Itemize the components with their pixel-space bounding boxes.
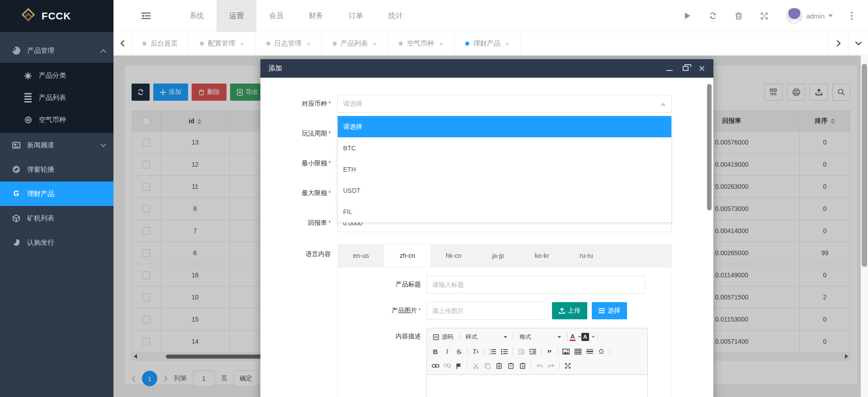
- cut-icon[interactable]: [470, 360, 481, 372]
- indent-icon[interactable]: [527, 346, 538, 357]
- source-icon[interactable]: 源码: [429, 331, 457, 343]
- topnav-item-operation[interactable]: 运营: [217, 0, 256, 32]
- dropdown-option[interactable]: FIL: [338, 201, 671, 222]
- link-icon[interactable]: [429, 360, 441, 372]
- unlink-icon[interactable]: [441, 360, 453, 372]
- user-menu[interactable]: admin: [786, 8, 833, 24]
- tabbar: 后台首页 配置管理 × 日志管理 × 产品列表 × 空气币种 ×: [113, 32, 868, 55]
- topnav-item-system[interactable]: 系统: [177, 0, 217, 32]
- editor-content-area[interactable]: [427, 375, 647, 397]
- image-icon[interactable]: [560, 346, 572, 357]
- sidebar-item-product-list[interactable]: 产品列表: [0, 87, 113, 109]
- dropdown-option[interactable]: BTC: [338, 137, 671, 159]
- tab-home[interactable]: 后台首页: [132, 32, 189, 55]
- tab-close-icon[interactable]: ×: [307, 40, 311, 47]
- sidebar-item-news-channel[interactable]: 新闻频道: [0, 133, 113, 157]
- topnav-item-member[interactable]: 会员: [256, 0, 296, 32]
- sidebar-item-air-coin[interactable]: 空气币种: [0, 109, 113, 131]
- remove-format-icon[interactable]: Tx: [470, 346, 481, 357]
- tab-close-icon[interactable]: ×: [240, 40, 244, 47]
- gear-icon: [24, 71, 33, 80]
- topnav: 系统 运营 会员 财务 订单 统计: [177, 0, 415, 32]
- tab-wealth-product[interactable]: 理财产品 ×: [454, 32, 521, 55]
- style-combo[interactable]: 样式: [462, 331, 511, 343]
- lang-tab-en-us[interactable]: en-us: [338, 244, 384, 267]
- sidebar-item-product-category[interactable]: 产品分类: [0, 65, 113, 87]
- modal-vscroll-thumb[interactable]: [707, 84, 712, 210]
- topnav-item-order[interactable]: 订单: [336, 0, 376, 32]
- content-scrollbar-thumb[interactable]: [862, 64, 867, 267]
- fullscreen-icon[interactable]: [760, 12, 768, 20]
- sidebar-item-wealth-product[interactable]: G 理财产品: [0, 182, 113, 206]
- play-icon[interactable]: [684, 12, 691, 19]
- tab-air-coin[interactable]: 空气币种 ×: [388, 32, 454, 55]
- content-scrollbar[interactable]: [861, 56, 868, 397]
- ordered-list-icon[interactable]: 12: [486, 346, 498, 357]
- tab-product-list[interactable]: 产品列表 ×: [322, 32, 388, 55]
- upload-button[interactable]: 上传: [552, 302, 587, 319]
- minimize-icon[interactable]: [666, 66, 673, 71]
- format-combo[interactable]: 格式: [516, 331, 565, 343]
- anchor-icon[interactable]: [453, 360, 465, 372]
- strikethrough-icon[interactable]: S: [453, 346, 465, 357]
- sidebar-item-product-management[interactable]: P 产品管理: [0, 38, 113, 63]
- dropdown-option[interactable]: 请选择: [338, 116, 671, 137]
- maximize-icon[interactable]: [562, 360, 574, 372]
- sidebar: FCCK P 产品管理 产品分类 产品列表: [0, 0, 113, 397]
- lang-tab-hk-cn[interactable]: hk-cn: [430, 244, 476, 267]
- topnav-item-finance[interactable]: 财务: [296, 0, 336, 32]
- outdent-icon[interactable]: [515, 346, 527, 357]
- tabs-scroll-left-icon[interactable]: [113, 32, 132, 55]
- tab-close-icon[interactable]: ×: [439, 40, 443, 47]
- tab-close-icon[interactable]: ×: [505, 40, 509, 47]
- g-circle-icon: G: [12, 189, 21, 198]
- sidebar-toggle-icon[interactable]: [142, 12, 151, 19]
- undo-icon[interactable]: [533, 360, 545, 372]
- dropdown-option[interactable]: USDT: [338, 180, 671, 201]
- unordered-list-icon[interactable]: [498, 346, 510, 357]
- lang-tab-ja-jp[interactable]: ja-jp: [477, 244, 519, 267]
- tab-logs[interactable]: 日志管理 ×: [255, 32, 322, 55]
- caret-up-icon: [660, 103, 666, 106]
- sidebar-item-popup-carousel[interactable]: 弹窗轮播: [0, 157, 113, 182]
- field-product-image: 产品图片* 上传 选择: [338, 302, 671, 320]
- product-image-input[interactable]: [426, 302, 548, 320]
- copy-icon[interactable]: [481, 360, 493, 372]
- sidebar-item-subscription-issue[interactable]: 认购发行: [0, 230, 113, 255]
- tabs-menu-icon[interactable]: [848, 32, 868, 55]
- blockquote-icon[interactable]: ”: [543, 346, 555, 357]
- dropdown-option[interactable]: ETH: [338, 159, 671, 180]
- field-language-content: 语言内容 en-us zh-cn hk-cn ja-jp ko-kr ru-ru: [260, 244, 713, 397]
- redo-icon[interactable]: [545, 360, 557, 372]
- refresh-icon[interactable]: [709, 12, 717, 20]
- sidebar-item-miner-list[interactable]: 矿机列表: [0, 206, 113, 230]
- lang-tab-zh-cn[interactable]: zh-cn: [384, 244, 430, 267]
- text-color-icon[interactable]: A: [570, 331, 581, 343]
- lang-tab-ru-ru[interactable]: ru-ru: [564, 244, 609, 267]
- field-product-title: 产品标题: [338, 276, 671, 294]
- paste-word-icon[interactable]: W: [517, 360, 528, 372]
- close-icon[interactable]: ✕: [698, 65, 705, 73]
- paste-text-icon[interactable]: T: [505, 360, 517, 372]
- paste-icon[interactable]: [493, 360, 505, 372]
- horizontal-rule-icon[interactable]: [584, 346, 595, 357]
- bold-icon[interactable]: B: [429, 346, 441, 357]
- currency-select[interactable]: 请选择: [337, 95, 672, 113]
- italic-icon[interactable]: I: [441, 346, 453, 357]
- maximize-icon[interactable]: [683, 66, 689, 71]
- trash-icon[interactable]: [735, 12, 742, 20]
- choose-button[interactable]: 选择: [592, 302, 627, 319]
- brand-logo-icon: [22, 9, 35, 23]
- tab-close-icon[interactable]: ×: [373, 40, 377, 47]
- modal-vertical-scrollbar[interactable]: [707, 79, 712, 397]
- bg-color-icon[interactable]: A: [581, 331, 595, 343]
- special-char-icon[interactable]: Ω: [595, 346, 607, 357]
- tab-config[interactable]: 配置管理 ×: [189, 32, 255, 55]
- lang-tab-ko-kr[interactable]: ko-kr: [519, 244, 564, 267]
- brand: FCCK: [0, 0, 113, 32]
- table-icon[interactable]: [572, 346, 584, 357]
- product-title-input[interactable]: [426, 276, 645, 294]
- tabs-scroll-right-icon[interactable]: [828, 32, 848, 55]
- more-vertical-icon[interactable]: [851, 12, 853, 20]
- topnav-item-statistics[interactable]: 统计: [376, 0, 415, 32]
